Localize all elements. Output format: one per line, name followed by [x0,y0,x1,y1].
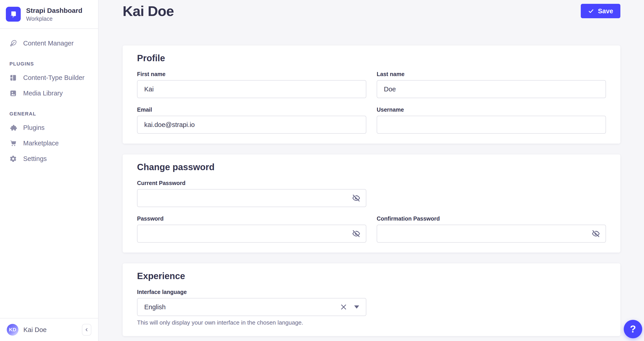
sidebar-item-settings[interactable]: Settings [6,151,93,166]
interface-language-label: Interface language [137,288,366,295]
sidebar-section-plugins: PLUGINS [10,61,89,67]
toggle-current-password-visibility-button[interactable] [350,192,363,204]
sidebar-item-marketplace[interactable]: Marketplace [6,136,93,151]
username-input[interactable] [377,116,606,134]
strapi-logo-icon [6,7,21,22]
spacer [377,180,606,207]
experience-card: Experience Interface language English Th… [123,263,620,336]
username-label: Username [377,106,606,113]
change-password-card-title: Change password [137,162,606,172]
confirmation-password-label: Confirmation Password [377,215,606,222]
gear-icon [10,155,17,162]
email-field-group: Email [137,106,366,134]
toggle-password-visibility-button[interactable] [350,227,363,240]
sidebar-item-media-library[interactable]: Media Library [6,86,93,101]
sidebar: Strapi Dashboard Workplace Content Manag… [0,0,98,341]
spacer [377,288,606,326]
last-name-label: Last name [377,71,606,78]
sidebar-footer: KD Kai Doe [0,318,98,341]
first-name-input[interactable] [137,80,366,98]
current-password-label: Current Password [137,180,366,186]
experience-card-title: Experience [137,270,606,281]
collapse-sidebar-button[interactable] [82,324,91,336]
chevron-left-icon [84,327,89,332]
avatar[interactable]: KD [7,324,18,336]
profile-card-title: Profile [137,53,606,64]
password-label: Password [137,215,366,222]
confirm-password-field-group: Confirmation Password [377,215,606,243]
sidebar-item-label: Settings [23,155,47,162]
current-password-input[interactable] [137,189,366,207]
user-name: Kai Doe [24,326,77,334]
layout-icon [10,74,17,82]
strapi-mark-icon [8,9,18,19]
last-name-input[interactable] [377,80,606,98]
check-icon [588,8,594,14]
first-name-field-group: First name [137,71,366,98]
toggle-confirmation-password-visibility-button[interactable] [589,227,602,240]
current-password-field-group: Current Password [137,180,366,207]
help-button[interactable]: ? [624,320,642,338]
close-icon [340,304,347,310]
eye-off-icon [352,194,360,202]
sidebar-item-label: Content Manager [23,40,74,47]
workspace-label: Workplace [26,16,82,22]
save-button-label: Save [598,8,613,15]
confirmation-password-input[interactable] [377,225,606,243]
clear-language-button[interactable] [339,302,348,312]
interface-language-value: English [144,304,339,311]
image-icon [10,90,17,97]
sidebar-nav: Content Manager PLUGINS Content-Type Bui… [0,29,98,318]
email-label: Email [137,106,366,113]
sidebar-item-plugins[interactable]: Plugins [6,120,93,136]
puzzle-icon [10,124,17,132]
username-field-group: Username [377,106,606,134]
sidebar-header: Strapi Dashboard Workplace [0,0,98,29]
password-input[interactable] [137,225,366,243]
sidebar-item-label: Plugins [23,124,44,132]
page-header: Kai Doe Save [123,3,620,19]
profile-card: Profile First name Last name Email Usern… [123,46,620,144]
last-name-field-group: Last name [377,71,606,98]
page-title: Kai Doe [123,3,174,19]
chevron-down-icon [354,306,359,308]
sidebar-section-general: GENERAL [10,111,89,117]
eye-off-icon [352,230,360,238]
app-title: Strapi Dashboard [26,6,82,15]
sidebar-item-label: Marketplace [23,140,59,147]
main-content: Kai Doe Save Profile First name Last nam… [99,0,644,341]
interface-language-field-group: Interface language English This will onl… [137,288,366,326]
change-password-card: Change password Current Password [123,154,620,252]
sidebar-item-label: Media Library [23,90,63,97]
cart-icon [10,140,17,147]
sidebar-item-content-type-builder[interactable]: Content-Type Builder [6,70,93,86]
feather-icon [10,40,17,47]
sidebar-item-content-manager[interactable]: Content Manager [6,36,93,51]
app-identity: Strapi Dashboard Workplace [26,6,82,22]
interface-language-help: This will only display your own interfac… [137,319,366,326]
first-name-label: First name [137,71,366,78]
new-password-field-group: Password [137,215,366,243]
interface-language-select[interactable]: English [137,298,366,316]
eye-off-icon [592,230,600,238]
email-input[interactable] [137,116,366,134]
save-button[interactable]: Save [581,4,620,18]
sidebar-item-label: Content-Type Builder [23,74,84,82]
